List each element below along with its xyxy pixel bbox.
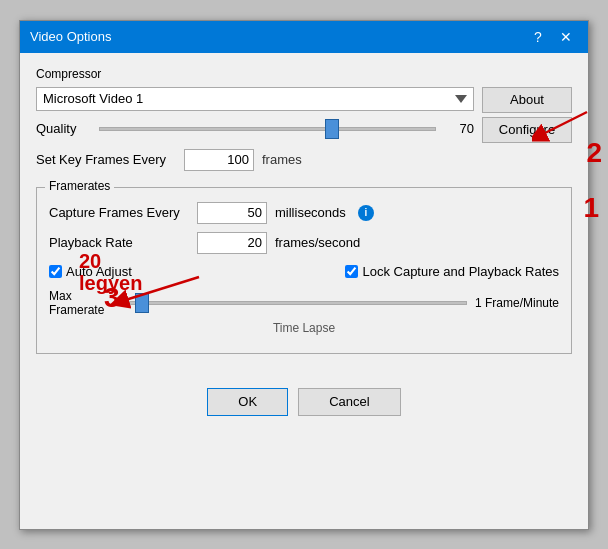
dialog-title: Video Options	[30, 29, 111, 44]
close-button[interactable]: ✕	[554, 27, 578, 47]
arrow-3-icon	[109, 272, 209, 322]
playback-rate-unit: frames/second	[275, 235, 360, 250]
info-icon[interactable]: i	[358, 205, 374, 221]
quality-slider-container	[99, 119, 436, 139]
capture-frames-unit: milliseconds	[275, 205, 346, 220]
quality-row: Quality 70	[36, 119, 474, 139]
playback-rate-label: Playback Rate	[49, 235, 189, 250]
svg-line-1	[119, 277, 199, 302]
time-lapse-label: Time Lapse	[49, 321, 559, 335]
svg-line-0	[537, 112, 587, 137]
max-framerate-unit: 1 Frame/Minute	[475, 296, 559, 310]
capture-frames-row: Capture Frames Every milliseconds i 1	[49, 202, 559, 224]
framerates-label: Framerates	[45, 179, 114, 193]
help-button[interactable]: ?	[526, 27, 550, 47]
key-frames-row: Set Key Frames Every frames	[36, 149, 474, 171]
ok-button[interactable]: OK	[207, 388, 288, 416]
dialog-footer: OK Cancel	[20, 378, 588, 432]
compressor-label: Compressor	[36, 67, 572, 81]
capture-frames-input[interactable]	[197, 202, 267, 224]
quality-value: 70	[444, 121, 474, 136]
title-bar: Video Options ? ✕	[20, 21, 588, 53]
lock-rates-label[interactable]: Lock Capture and Playback Rates	[345, 264, 559, 279]
quality-slider[interactable]	[99, 127, 436, 131]
compressor-row: Microsoft Video 1	[36, 87, 474, 111]
annotation-1: 1	[583, 192, 599, 224]
arrow-2-icon	[532, 107, 592, 147]
key-frames-input[interactable]	[184, 149, 254, 171]
framerates-group: Framerates Capture Frames Every millisec…	[36, 187, 572, 354]
playback-rate-row: Playback Rate frames/second 20legyen 3	[49, 232, 559, 254]
compressor-select[interactable]: Microsoft Video 1	[36, 87, 474, 111]
quality-label: Quality	[36, 121, 91, 136]
dialog-body: Compressor Microsoft Video 1 Quality 70	[20, 53, 588, 378]
cancel-button[interactable]: Cancel	[298, 388, 400, 416]
auto-adjust-checkbox[interactable]	[49, 265, 62, 278]
key-frames-label: Set Key Frames Every	[36, 152, 176, 167]
lock-rates-checkbox[interactable]	[345, 265, 358, 278]
video-options-dialog: Video Options ? ✕ Compressor Microsoft V…	[19, 20, 589, 530]
framerates-content: Capture Frames Every milliseconds i 1 Pl…	[49, 202, 559, 335]
capture-frames-label: Capture Frames Every	[49, 205, 189, 220]
key-frames-unit: frames	[262, 152, 302, 167]
title-bar-controls: ? ✕	[526, 27, 578, 47]
annotation-3: 3	[104, 282, 120, 314]
playback-rate-input[interactable]	[197, 232, 267, 254]
